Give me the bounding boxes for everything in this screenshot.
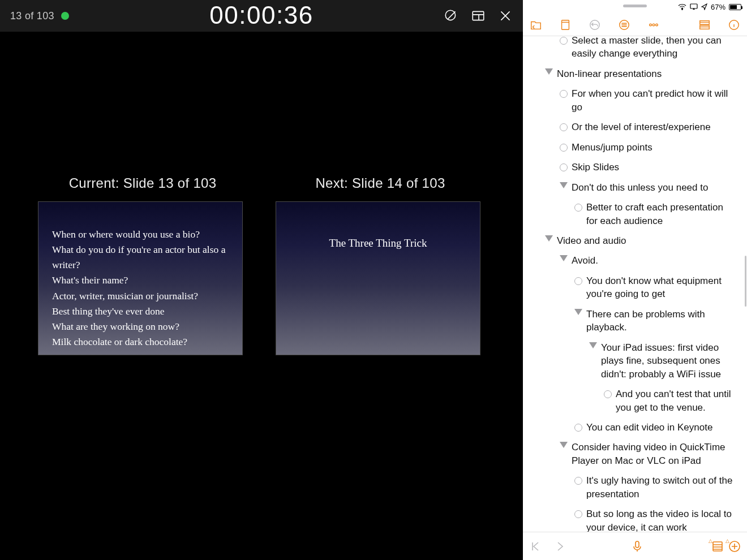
svg-rect-4 <box>562 20 569 29</box>
outline-text[interactable]: It's ugly having to switch out of the pr… <box>586 474 737 501</box>
airplay-icon <box>690 3 698 10</box>
outline-row[interactable]: Or the level of interest/experiene <box>523 117 747 137</box>
note-icon[interactable] <box>559 19 572 31</box>
nav-first-icon[interactable] <box>529 540 542 553</box>
battery-icon <box>729 4 741 10</box>
bullet-icon[interactable] <box>570 474 586 485</box>
presenter-top-bar: 13 of 103 00:00:36 <box>0 0 523 32</box>
outline-text[interactable]: Video and audio <box>557 234 737 247</box>
outline-row[interactable]: Don't do this unless you need to <box>523 178 747 197</box>
triangle-icon[interactable] <box>556 441 572 448</box>
notes-bottom-bar: △ △ <box>523 532 747 560</box>
outline-text[interactable]: Consider having video in QuickTime Playe… <box>572 441 737 467</box>
outline-row[interactable]: For when you can't predict how it will g… <box>523 84 747 117</box>
bullet-icon[interactable] <box>600 387 616 398</box>
status-bar: 67% <box>523 0 747 14</box>
triangle-icon[interactable] <box>585 341 601 348</box>
outline-text[interactable]: Avoid. <box>572 254 737 267</box>
svg-point-9 <box>656 24 658 26</box>
location-icon <box>701 3 707 10</box>
outline-row[interactable]: And you can't test that until you get to… <box>523 384 747 417</box>
outline-text[interactable]: Skip Slides <box>572 161 737 174</box>
next-slide-title: The Three Thing Trick <box>329 235 427 251</box>
outline-text[interactable]: You don't know what equipment you're goi… <box>586 274 737 301</box>
outline-text[interactable]: Menus/jump points <box>572 141 737 154</box>
triangle-icon[interactable] <box>556 254 572 261</box>
outline-row[interactable]: Your iPad issues: first video plays fine… <box>523 338 747 384</box>
outline-text[interactable]: Non-linear presentations <box>557 67 737 80</box>
outline-row[interactable]: Select a master slide, then you can easi… <box>523 36 747 64</box>
outline-text[interactable]: There can be problems with playback. <box>586 308 737 334</box>
slide-line: What are they working on now? <box>52 319 229 334</box>
svg-point-2 <box>682 9 683 10</box>
notes-app: 67% Select a master slide, then you can … <box>523 0 747 560</box>
outline-row[interactable]: Consider having video in QuickTime Playe… <box>523 437 747 471</box>
slideover-handle-icon[interactable] <box>623 5 647 7</box>
microphone-icon[interactable] <box>630 540 644 553</box>
outline-text[interactable]: But so long as the video is local to you… <box>586 507 737 532</box>
outline-row[interactable]: Non-linear presentations <box>523 64 747 84</box>
bullet-icon[interactable] <box>556 161 572 171</box>
triangle-icon[interactable] <box>570 308 586 315</box>
outline-row[interactable]: Video and audio <box>523 231 747 251</box>
slide-line: When or where would you use a bio? <box>52 227 229 242</box>
outline-text[interactable]: Select a master slide, then you can easi… <box>572 36 737 61</box>
next-slide-label: Next: Slide 14 of 103 <box>276 175 485 191</box>
nav-next-icon[interactable] <box>553 540 567 553</box>
outline-row[interactable]: You don't know what equipment you're goi… <box>523 271 747 304</box>
more-icon[interactable] <box>647 19 660 31</box>
outline-row[interactable]: Menus/jump points <box>523 137 747 157</box>
battery-percent: 67% <box>711 3 725 11</box>
timer[interactable]: 00:00:36 <box>0 1 523 29</box>
slide-line: What's their name? <box>52 273 229 288</box>
triangle-marker-icon: △ <box>709 538 712 544</box>
bullet-icon[interactable] <box>570 201 586 212</box>
outline-icon[interactable] <box>618 19 630 31</box>
undo-icon[interactable] <box>589 19 601 31</box>
current-slide-preview[interactable]: When or where would you use a bio?What d… <box>38 201 243 355</box>
outline-text[interactable]: And you can't test that until you get to… <box>616 387 737 414</box>
slide-previews: Current: Slide 13 of 103 When or where w… <box>0 175 523 355</box>
triangle-icon[interactable] <box>541 67 557 75</box>
outline-row[interactable]: There can be problems with playback. <box>523 304 747 338</box>
outline-row[interactable]: Avoid. <box>523 251 747 270</box>
scrollbar-thumb[interactable] <box>745 256 746 307</box>
outline-row[interactable]: It's ugly having to switch out of the pr… <box>523 471 747 504</box>
outline-text[interactable]: You can edit video in Keynote <box>586 421 737 434</box>
triangle-icon[interactable] <box>556 181 572 188</box>
bullet-icon[interactable] <box>556 120 572 131</box>
outline-row[interactable]: You can edit video in Keynote <box>523 417 747 437</box>
bullet-icon[interactable] <box>570 274 586 285</box>
documents-icon[interactable] <box>530 19 542 31</box>
bullet-icon[interactable] <box>570 507 586 518</box>
wifi-icon <box>678 3 686 10</box>
outline-row[interactable]: Better to craft each presentation for ea… <box>523 197 747 231</box>
triangle-marker-icon: △ <box>725 538 729 544</box>
bullet-icon[interactable] <box>556 141 572 152</box>
outline-text[interactable]: Better to craft each presentation for ea… <box>586 201 737 227</box>
slide-line: Milk chocolate or dark chocolate? <box>52 334 229 350</box>
outline-row[interactable]: But so long as the video is local to you… <box>523 504 747 532</box>
outline-text[interactable]: Or the level of interest/experiene <box>572 120 737 133</box>
svg-point-8 <box>652 24 655 26</box>
current-slide-label: Current: Slide 13 of 103 <box>38 175 247 191</box>
svg-point-7 <box>650 24 652 26</box>
outline-text[interactable]: Don't do this unless you need to <box>572 181 737 194</box>
slide-line: Best thing they've ever done <box>52 304 229 319</box>
outline-list[interactable]: Select a master slide, then you can easi… <box>523 36 747 532</box>
bullet-icon[interactable] <box>556 87 572 98</box>
next-slide-preview[interactable]: The Three Thing Trick <box>276 201 480 355</box>
outline-text[interactable]: Your iPad issues: first video plays fine… <box>601 341 737 381</box>
sections-icon[interactable] <box>698 19 711 31</box>
presenter-view: 13 of 103 00:00:36 Current: Slide 13 of … <box>0 0 523 560</box>
svg-rect-13 <box>636 541 639 548</box>
add-icon[interactable] <box>728 540 741 553</box>
bullet-icon[interactable] <box>556 36 572 45</box>
info-icon[interactable] <box>728 19 740 31</box>
outline-row[interactable]: Skip Slides <box>523 157 747 177</box>
triangle-icon[interactable] <box>541 234 557 242</box>
list-view-icon[interactable] <box>711 540 724 553</box>
outline-text[interactable]: For when you can't predict how it will g… <box>572 87 737 114</box>
slide-line: What do you do if you're an actor but al… <box>52 242 229 273</box>
bullet-icon[interactable] <box>570 421 586 432</box>
